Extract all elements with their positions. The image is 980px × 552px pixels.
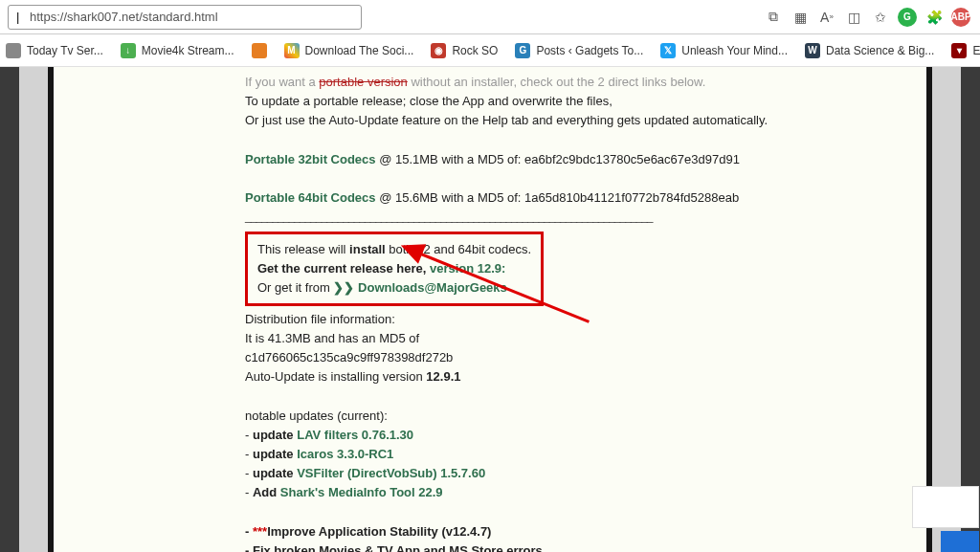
box-line: Get the current release here, version 12…	[257, 259, 531, 278]
overlay-box	[912, 486, 979, 528]
lav-link[interactable]: LAV filters 0.76.1.30	[297, 428, 413, 442]
dist-info: It is 41.3MB and has an MD5 of	[245, 329, 915, 348]
portable-32: Portable 32bit Codecs @ 15.1MB with a MD…	[245, 150, 915, 169]
site-icon: G	[515, 43, 530, 58]
bookmark-item[interactable]: Today Tv Ser...	[6, 43, 103, 58]
bookmark-item[interactable]: WData Science & Big...	[805, 43, 934, 58]
url-text: https://shark007.net/standard.html	[30, 10, 218, 24]
grammarly-icon[interactable]: G	[896, 6, 919, 29]
site-icon: ▾	[951, 43, 967, 58]
read-aloud-icon[interactable]: A»	[815, 6, 838, 29]
dist-info: Distribution file information:	[245, 310, 915, 329]
bookmark-item[interactable]: ◉Rock SO	[431, 43, 498, 58]
lock-icon: |	[16, 10, 28, 24]
extension-icon[interactable]: 🧩	[923, 6, 946, 29]
portable-link[interactable]: portable version	[319, 75, 408, 89]
bookmark-item[interactable]: ▾Examples of Busine...	[951, 43, 980, 58]
site-icon: M	[284, 43, 300, 58]
twitter-icon: 𝕏	[660, 43, 676, 58]
site-icon: ◉	[431, 43, 446, 58]
divider: ________________________________________…	[245, 208, 915, 226]
bookmark-item[interactable]: 𝕏Unleash Your Mind...	[660, 43, 788, 58]
text-line: Or just use the Auto-Update feature on t…	[245, 111, 915, 130]
overlay-badge	[941, 531, 979, 552]
site-icon: W	[805, 43, 820, 58]
favorite-icon[interactable]: ✩	[869, 6, 892, 29]
site-icon	[252, 43, 267, 58]
notable-header: notable updates (current):	[245, 407, 915, 426]
text-line: To update a portable release; close the …	[245, 92, 915, 111]
dist-info: Auto-Update is installing version 12.9.1	[245, 367, 915, 386]
bookmarks-bar: Today Tv Ser... ↓Movie4k Stream... MDown…	[0, 34, 980, 67]
url-input[interactable]: | https://shark007.net/standard.html	[8, 5, 362, 30]
site-icon: ↓	[121, 43, 136, 58]
update-line: - update Icaros 3.3.0-RC1	[245, 445, 915, 464]
adblock-icon[interactable]: ABP	[949, 6, 972, 29]
qr-icon[interactable]: ▦	[789, 6, 812, 29]
bookmark-item[interactable]: GPosts ‹ Gadgets To...	[515, 43, 643, 58]
browser-address-bar: | https://shark007.net/standard.html ⧉ ▦…	[0, 0, 980, 34]
update-line: - update LAV filters 0.76.1.30	[245, 426, 915, 445]
bookmark-item[interactable]: MDownload The Soci...	[284, 43, 414, 58]
dist-info: c1d766065c135ca9c9ff978398df272b	[245, 348, 915, 367]
globe-icon	[6, 43, 21, 58]
bookmark-item[interactable]	[252, 43, 267, 58]
highlight-box: This release will install both 32 and 64…	[245, 232, 544, 306]
portable-64: Portable 64bit Codecs @ 15.6MB with a MD…	[245, 188, 915, 208]
box-line: This release will install both 32 and 64…	[257, 240, 531, 259]
download-icon: ❯❯	[333, 280, 354, 295]
bg-strip	[0, 67, 19, 552]
bg-strip	[961, 67, 980, 552]
intro-line: If you want a portable version without a…	[245, 73, 915, 92]
majorgeeks-link[interactable]: Downloads@MajorGeeks	[354, 280, 506, 295]
fix-line: - Fix broken Movies & TV App and MS Stor…	[245, 541, 915, 552]
download-link-64[interactable]: Portable 64bit Codecs	[245, 190, 376, 205]
page-viewport: If you want a portable version without a…	[0, 67, 980, 552]
main-content: If you want a portable version without a…	[48, 67, 932, 552]
mediainfo-link[interactable]: Shark's MediaInfo Tool 22.9	[280, 485, 443, 499]
stability-line: - ***Improve Application Stability (v12.…	[245, 522, 915, 541]
download-link-32[interactable]: Portable 32bit Codecs	[245, 152, 376, 166]
update-line: - Add Shark's MediaInfo Tool 22.9	[245, 483, 915, 502]
reader-icon[interactable]: ◫	[842, 6, 865, 29]
update-line: - update VSFilter (DirectVobSub) 1.5.7.6…	[245, 464, 915, 483]
vsfilter-link[interactable]: VSFilter (DirectVobSub) 1.5.7.60	[297, 466, 485, 480]
box-line: Or get it from ❯❯ Downloads@MajorGeeks	[257, 278, 531, 298]
version-link[interactable]: version 12.9:	[430, 261, 506, 276]
icaros-link[interactable]: Icaros 3.3.0-RC1	[297, 447, 393, 461]
device-icon[interactable]: ⧉	[762, 6, 785, 29]
bookmark-item[interactable]: ↓Movie4k Stream...	[121, 43, 234, 58]
